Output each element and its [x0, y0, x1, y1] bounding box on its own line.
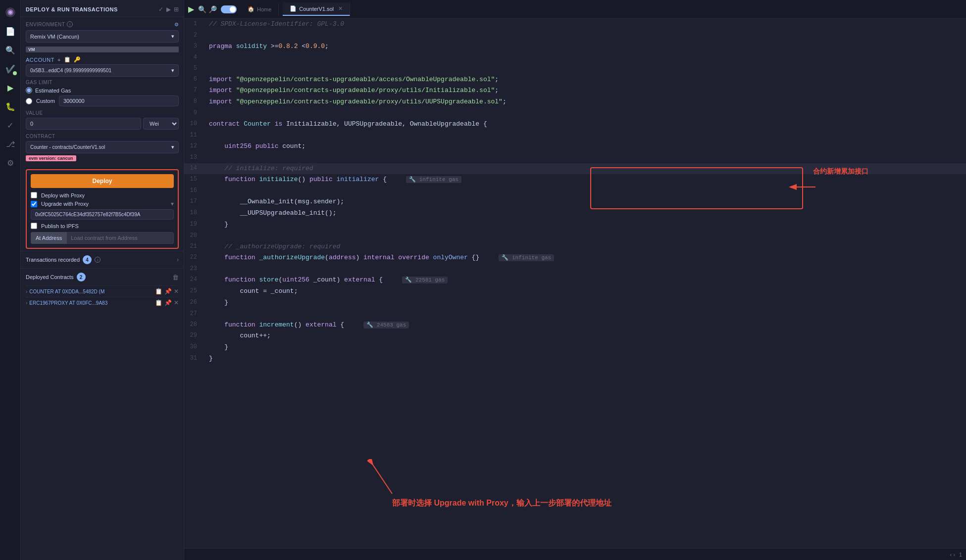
evm-badge: evm version: cancun — [26, 155, 76, 161]
contract2-expand-icon[interactable]: › — [26, 300, 27, 306]
debug-icon[interactable]: 🐛 — [2, 98, 19, 115]
copy-account-icon[interactable]: 📋 — [64, 56, 71, 63]
load-contract-button[interactable]: Load contract from Address — [67, 232, 174, 244]
settings-icon[interactable]: ⚙ — [2, 154, 19, 171]
environment-select[interactable]: Remix VM (Cancun) ▾ — [26, 30, 179, 43]
code-line-3: 3pragma solidity >=0.8.2 <0.9.0; — [184, 41, 966, 52]
code-line-11: 11 — [184, 130, 966, 141]
contract2-actions: 📋 📌 ✕ — [155, 299, 179, 306]
at-address-button[interactable]: At Address — [31, 232, 67, 244]
contract1-name: COUNTER AT 0XDDA...5482D (M — [29, 289, 153, 294]
contract-select[interactable]: Counter - contracts/CounterV1.sol ▾ — [26, 141, 179, 153]
publish-ipfs-checkbox[interactable] — [31, 223, 37, 229]
bottom-annotation: 部署时选择 Upgrade with Proxy，输入上一步部署的代理地址 — [392, 498, 611, 509]
scroll-arrows[interactable]: ‹ › — [950, 552, 955, 558]
deploy-box: Deploy Deploy with Proxy Upgrade with Pr… — [26, 169, 179, 249]
code-line-1: 1// SPDX-License-Identifier: GPL-3.0 — [184, 19, 966, 30]
svg-point-2 — [9, 11, 12, 14]
home-tab[interactable]: 🏠 Home — [241, 3, 279, 15]
search-code-icon[interactable]: 🔍 — [198, 5, 206, 13]
deployed-section: Deployed Contracts 2 🗑 › COUNTER AT 0XDD… — [21, 268, 184, 312]
code-line-21: 21 // _authorizeUpgrade: required — [184, 241, 966, 253]
close-tab-icon[interactable]: ✕ — [338, 5, 343, 12]
left-panel: DEPLOY & RUN TRANSACTIONS ✓ ▶ ⊞ ENVIRONM… — [21, 0, 184, 560]
play-icon[interactable]: ▶ — [166, 6, 171, 13]
publish-ipfs-label[interactable]: Publish to IPFS — [41, 223, 79, 229]
transactions-badge: 4 — [83, 255, 92, 264]
contract1-actions: 📋 📌 ✕ — [155, 288, 179, 295]
file-tab[interactable]: 📄 CounterV1.sol ✕ — [283, 2, 350, 16]
contract1-delete-icon[interactable]: ✕ — [174, 288, 179, 295]
publish-ipfs-row: Publish to IPFS — [31, 223, 174, 229]
search-icon[interactable]: 🔍 — [2, 42, 19, 58]
estimated-gas-label[interactable]: Estimated Gas — [35, 88, 71, 93]
account-select[interactable]: 0x5B3...eddC4 (99.99999999999501 ▾ — [26, 64, 179, 77]
top-bar-icons: 🔍 🔎 — [198, 5, 217, 13]
estimated-gas-radio[interactable] — [26, 87, 32, 93]
deploy-with-proxy-row: Deploy with Proxy — [31, 192, 174, 198]
line-number-display: 1 — [959, 552, 962, 558]
proxy-address-input[interactable] — [31, 209, 174, 220]
check-icon[interactable]: ✓ — [158, 6, 163, 13]
code-line-8: 8import "@openzeppelin/contracts-upgrade… — [184, 96, 966, 108]
files-icon[interactable]: 📄 — [2, 23, 19, 40]
value-input[interactable] — [26, 118, 141, 130]
contract1-copy-icon[interactable]: 📋 — [155, 288, 162, 295]
code-line-30: 30 } — [184, 342, 966, 353]
contract1-pin-icon[interactable]: 📌 — [164, 288, 172, 295]
code-line-5: 5 — [184, 63, 966, 74]
deploy-button[interactable]: Deploy — [31, 174, 174, 188]
contract-item-1: › COUNTER AT 0XDDA...5482D (M 📋 📌 ✕ — [26, 285, 179, 297]
code-editor[interactable]: 1// SPDX-License-Identifier: GPL-3.023pr… — [184, 19, 966, 548]
custom-gas-radio[interactable] — [26, 98, 32, 104]
compile-icon[interactable]: ✔️ — [2, 60, 19, 77]
panel-title: DEPLOY & RUN TRANSACTIONS — [26, 6, 118, 12]
deployed-header: Deployed Contracts 2 🗑 — [26, 273, 179, 281]
contract-item-2: › ERC1967PROXY AT 0X0FC...9A83 📋 📌 ✕ — [26, 297, 179, 308]
deployed-badge: 2 — [77, 273, 86, 281]
contract-section: CONTRACT Counter - contracts/CounterV1.s… — [21, 133, 184, 167]
toggle-switch[interactable] — [221, 5, 237, 13]
delete-all-contracts-icon[interactable]: 🗑 — [172, 274, 179, 281]
custom-gas-row: Custom — [26, 95, 179, 106]
chevron-down-icon: ▾ — [171, 144, 174, 150]
logo-icon[interactable] — [2, 4, 19, 21]
custom-gas-label[interactable]: Custom — [36, 98, 55, 104]
custom-gas-input[interactable] — [59, 95, 179, 106]
contract2-copy-icon[interactable]: 📋 — [155, 299, 162, 306]
account-info-icon[interactable]: 🔑 — [74, 56, 81, 63]
deploy-with-proxy-label[interactable]: Deploy with Proxy — [41, 192, 85, 198]
environment-settings-icon[interactable]: ⚙ — [174, 22, 179, 27]
upgrade-with-proxy-row: Upgrade with Proxy ▾ — [31, 200, 174, 207]
home-tab-label: Home — [257, 6, 271, 12]
contract-label: CONTRACT — [26, 134, 179, 139]
environment-info-icon[interactable]: i — [67, 21, 73, 27]
code-line-25: 25 count = _count; — [184, 286, 966, 297]
run-icon[interactable]: ▶ — [188, 4, 194, 14]
zoom-in-icon[interactable]: 🔎 — [208, 5, 217, 13]
git-icon[interactable]: ⎇ — [2, 136, 19, 152]
deploy-with-proxy-checkbox[interactable] — [31, 192, 37, 198]
upgrade-expand-icon[interactable]: ▾ — [171, 200, 174, 207]
contract2-delete-icon[interactable]: ✕ — [174, 299, 179, 306]
code-line-27: 27 — [184, 309, 966, 320]
expand-icon[interactable]: ⊞ — [174, 6, 179, 13]
contract2-pin-icon[interactable]: 📌 — [164, 299, 172, 306]
value-unit-select[interactable]: Wei Gwei Finney Ether — [143, 118, 179, 130]
code-line-17: 17 __Ownable_init(msg.sender); — [184, 196, 966, 208]
chevron-down-icon: ▾ — [171, 67, 174, 74]
code-line-16: 16 — [184, 186, 966, 196]
code-line-20: 20 — [184, 231, 966, 241]
contract1-expand-icon[interactable]: › — [26, 289, 27, 294]
code-line-29: 29 count++; — [184, 330, 966, 342]
deploy-icon[interactable]: ▶ — [2, 79, 19, 96]
code-line-2: 2 — [184, 30, 966, 41]
transactions-info-icon[interactable]: i — [95, 257, 101, 263]
deployed-title: Deployed Contracts — [26, 274, 74, 280]
upgrade-with-proxy-label[interactable]: Upgrade with Proxy — [41, 201, 89, 207]
upgrade-with-proxy-checkbox[interactable] — [31, 201, 37, 207]
transactions-section[interactable]: Transactions recorded 4 i › — [21, 251, 184, 268]
add-account-icon[interactable]: + — [57, 57, 61, 63]
main-content: ▶ 🔍 🔎 🏠 Home 📄 CounterV1.sol ✕ 1// SPDX-… — [184, 0, 966, 560]
test-icon[interactable]: ✓ — [2, 117, 19, 134]
